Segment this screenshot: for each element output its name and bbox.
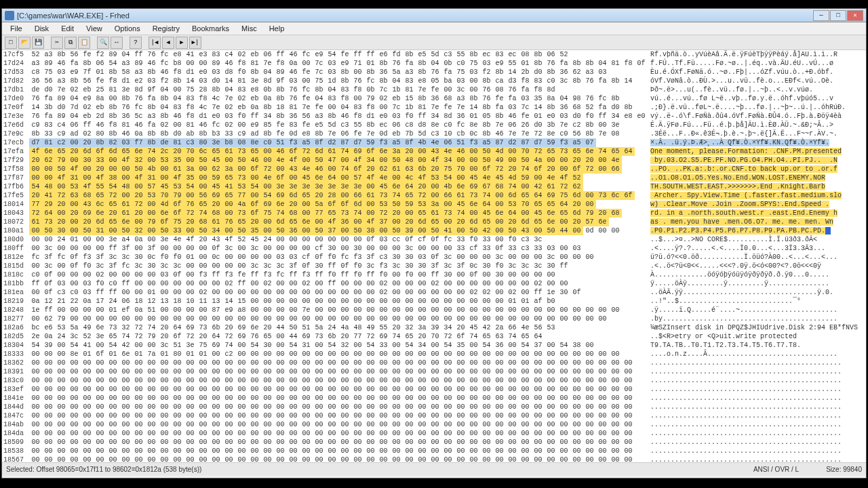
ascii-row[interactable]: One moment, please.Formation: .CNF.PM.pr… <box>650 147 866 156</box>
ascii-column[interactable]: Rf.vþñä.ò..yVúèAâ.Ä.ë.ÿFúèTþÿÿPèáý.å]AU.… <box>648 50 866 462</box>
ascii-row[interactable]: Èu.é.ÓXf.FøNä.ó..~ø..Fþ|...óZf.vúu.ò..+Ð… <box>650 68 866 77</box>
ascii-row[interactable]: ..O1.O8.O1.O5.Yes.No.End.WON.LOST.ENEMY.… <box>650 174 866 182</box>
hex-row[interactable]: c87503e97f018b58a38b46f8d1e003d8f08b0489… <box>29 68 648 77</box>
hex-row[interactable]: fc3ffc0ff33f3c3c300cf0f001000c0000000003… <box>29 253 648 262</box>
hex-row[interactable]: c00f0000000200000000030f00f3fff3fefff3fc… <box>29 270 648 279</box>
copy-icon[interactable]: ⧉ <box>64 37 77 49</box>
hex-grid[interactable]: 52a38b56fef28904ff76fce841e383c402eb06ff… <box>29 50 648 462</box>
menu-disk[interactable]: Disk <box>29 23 54 34</box>
hex-row[interactable]: 72640020696e206120006e6f72746800736f7574… <box>29 209 648 218</box>
hex-row[interactable]: a38946fa8b0654a38946fcb800008946f8817ef8… <box>29 59 648 68</box>
ascii-row[interactable]: ..PO. ..PK.a:.b:.or.CNF.to back up.or to… <box>650 165 866 174</box>
menu-edit[interactable]: Edit <box>56 23 79 34</box>
hex-row[interactable]: 0000000000000000000000000000000000000000… <box>29 385 648 394</box>
hex-row[interactable]: 0000000000000000000000000000000000000000… <box>29 438 648 447</box>
hex-row[interactable]: 543900544100544200003c513e75697400543000… <box>29 341 648 350</box>
hex-row[interactable]: 003c000ff03c3ffc3c303c3c00000000003c3c3c… <box>29 262 648 270</box>
hex-row[interactable]: 52a38b56fef28904ff76fce841e383c402eb06ff… <box>29 50 648 59</box>
hex-row[interactable]: 0a1221220a172406181213181011131415000000… <box>29 297 648 306</box>
hex-row[interactable]: 0062790000000000000000000000000000000000… <box>29 314 648 323</box>
help-icon[interactable]: ? <box>130 37 142 49</box>
hex-row[interactable]: 0000240100003ea40a003e4e4f20434f52452400… <box>29 235 648 244</box>
ascii-row[interactable]: .<....ÿ?.?.....<.<....Ï0.0...<...3Ï3.3Ã3… <box>650 244 866 253</box>
ascii-row[interactable]: as . men.you have .men.O6.O7. me. me. me… <box>650 218 866 226</box>
menu-options[interactable]: Options <box>109 23 146 34</box>
open-icon[interactable]: 📂 <box>18 37 31 49</box>
ascii-row[interactable]: É.Ä.ÿFø.Fú...Fü..é.þ.þå]ÃU.ì.ÈØ.ÀÜ.~.&Ð;… <box>650 121 866 129</box>
hex-row[interactable]: 544800534f55544800574553540045415354003e… <box>29 182 648 191</box>
ascii-row[interactable]: f.FÚ..Tf.Fü.....Fø.~ø..|.éq..và.ÄU.éU..v… <box>650 59 866 68</box>
hex-row[interactable]: 2041726368657200205370790056696577005469… <box>29 191 648 200</box>
ascii-row[interactable]: ........................................… <box>650 403 866 411</box>
find-icon[interactable]: 🔍 <box>97 37 109 49</box>
hex-row[interactable]: ff0f030003f0c0ff0000000000000002ff000200… <box>29 279 648 288</box>
menu-registry[interactable]: Registry <box>147 23 185 34</box>
paste-icon[interactable]: 📋 <box>78 37 90 49</box>
hex-row[interactable]: 61732000206d656e00796f75206861766520006d… <box>29 218 648 226</box>
ascii-row[interactable]: ¼æSZInsert disk in DPQZ$JHIUdrive.Disk 2… <box>650 323 866 332</box>
hex-row[interactable]: 0000000000000000000000000000000000000000… <box>29 420 648 429</box>
ascii-row[interactable]: by.03.O2.S5.PE.PF.NO.PG.O4.PH.O4..PI.PJ.… <box>650 156 866 165</box>
hex-row[interactable]: 0000000000000000000000000000000000000000… <box>29 403 648 411</box>
menu-help[interactable]: Help <box>264 23 290 34</box>
hex-row[interactable]: 1eff0000000001ef0a510000000087e9a8000000… <box>29 306 648 314</box>
hex-row[interactable]: 00004f31004f38004f31004f3500596573004e6f… <box>29 174 648 182</box>
hex-row[interactable]: 000fc3c003ffff00000100000002000000000000… <box>29 288 648 297</box>
ascii-row[interactable]: ........................................… <box>650 411 866 420</box>
first-icon[interactable]: |◀ <box>149 37 161 49</box>
hex-row[interactable]: 77292000436c656172004d6f766520004a6f696e… <box>29 200 648 209</box>
ascii-row[interactable]: ü?ü.ó?<<0.öð...........Ï.öüó?À00..<...<.… <box>650 253 866 262</box>
hex-row[interactable]: d781c200208b8203f78bde81c3803eb8088ec051… <box>29 138 648 147</box>
hex-row[interactable]: 0000000000000000000000000000000000000000… <box>29 429 648 438</box>
ascii-row[interactable]: Þð~.ë>...u(..fè..vü..fø.|..~þ..<..v.vúø. <box>650 85 866 94</box>
hex-row[interactable]: 206279003033004f32005335005045005046004e… <box>29 156 648 165</box>
titlebar[interactable]: [C:\games\war\WAR.EXE] - Frhed — □ ✕ <box>2 9 866 22</box>
cut-icon[interactable]: ✂ <box>51 37 63 49</box>
minimize-button[interactable]: — <box>813 10 829 21</box>
replace-icon[interactable]: ↔ <box>111 37 123 49</box>
menu-misc[interactable]: Misc <box>236 23 262 34</box>
ascii-row[interactable]: ........................................… <box>650 455 866 462</box>
hex-editor-area[interactable]: 17cf517d2417d5317d8217db117de017e0f17e3e… <box>2 50 866 462</box>
hex-row[interactable]: 0000008e016f016e017a0180010100c200000000… <box>29 350 648 359</box>
ascii-row[interactable]: Archer. Spy.View.Time (.faster.fast.medi… <box>650 191 866 200</box>
ascii-row[interactable]: óVf.VøNâ.ò..ÐÙ.>...u..vü..fè.o...EÐf<.vú… <box>650 77 866 85</box>
ascii-row[interactable]: rd. in a .north.south.west.r .east.End.E… <box>650 209 866 218</box>
prev-icon[interactable]: ◀ <box>162 37 174 49</box>
ascii-row[interactable]: .3Éë...F..Ð«.ê3É¬.þ.è.~.þ~.ë{]Ã.Ë...F~~r… <box>650 129 866 138</box>
ascii-row[interactable]: ×.Â. .ü.ý.Þ.Æ>¸..À Qf¥.Ò.×Yf¥.KN.Qf¥.Ò.×… <box>650 138 866 147</box>
hex-row[interactable]: 8b33c9ad02808b460a8b8bd0ab8bb333c9ad8bfe… <box>29 129 648 138</box>
ascii-row[interactable]: vý..ë-.ó\f.FøÑà.ðû4.óVf.FøÑà.ÐÛ4.ó..Fþ.à… <box>650 112 866 121</box>
ascii-row[interactable]: .;Ð}.ë.vü..føL~.ë....~þ...fø.|..~þ~..ú.|… <box>650 103 866 112</box>
hex-row[interactable]: 0000000000000000000000000000000000000000… <box>29 447 648 455</box>
ascii-row[interactable]: .by.....................................… <box>650 314 866 323</box>
hex-row[interactable]: 0000000000000000000000000000000000000000… <box>29 455 648 462</box>
ascii-row[interactable]: .P0.P1.P2.P3.P4.P5.P6.P7.P8.P9.PA.PB.PC.… <box>650 226 866 235</box>
last-icon[interactable]: ▶| <box>189 37 201 49</box>
hex-row[interactable]: 0000000000000000000000000000000000000000… <box>29 411 648 420</box>
ascii-row[interactable]: vú..é...vú..fø L~ë..vþ..fø.y.ë..óhf.vþúó… <box>650 94 866 103</box>
ascii-row[interactable]: .ÿ.....ï.Q.....é¨....~..................… <box>650 306 866 314</box>
ascii-row[interactable]: ....o.n.z....Â..........................… <box>650 350 866 359</box>
ascii-row[interactable]: ..$...>¤..>NO CORE$..........Ì.Ï.ü3ð3.ðÃ… <box>650 235 866 244</box>
hex-row[interactable]: ded07e02eb25813e8d9f040075288b0483e80b8b… <box>29 85 648 94</box>
hex-row[interactable]: 0000000000000000000000000000000000000000… <box>29 394 648 403</box>
new-icon[interactable]: □ <box>5 37 17 49</box>
ascii-row[interactable]: ..öÀÃ.ÿÿ................................… <box>650 288 866 297</box>
save-icon[interactable]: 💾 <box>32 37 44 49</box>
ascii-row[interactable]: .<..ö<?ü<0<<.....<<<?.0ÿ.ö<ó<00?<?.0ö<<<… <box>650 262 866 270</box>
hex-row[interactable]: 76fa8904e98a008b76fa8b0483f84c7e02eb0a8b… <box>29 94 648 103</box>
ascii-row[interactable]: Rf.vþñä.ò..yVúèAâ.Ä.ë.ÿFúèTþÿÿPèáý.å]AU.… <box>650 50 866 59</box>
ascii-row[interactable]: ........................................… <box>650 447 866 455</box>
hex-row[interactable]: c983c406ff46f88146fa02008146fc0200e985fe… <box>29 121 648 129</box>
ascii-row[interactable]: ........................................… <box>650 429 866 438</box>
ascii-row[interactable]: ........................................… <box>650 394 866 403</box>
ascii-row[interactable]: T9.TA.TB..T0.T1.T2.T3.T4.T5.T6.T7.T8. <box>650 341 866 350</box>
hex-row[interactable]: 0000504f00200000504b00613a00623a006f7200… <box>29 165 648 174</box>
maximize-button[interactable]: □ <box>830 10 846 21</box>
hex-row[interactable]: 3656a38b56fef8d1e203f28b1403d014813e8d9f… <box>29 77 648 85</box>
ascii-row[interactable]: w) .Clear.Move .Join .Zoom.SPYS:.End.Spe… <box>650 200 866 209</box>
ascii-row[interactable]: ........................................… <box>650 438 866 447</box>
hex-row[interactable]: 0050300050310050320050330050340050350050… <box>29 226 648 235</box>
hex-row[interactable]: 0000000000000000000000000000000000000000… <box>29 367 648 376</box>
